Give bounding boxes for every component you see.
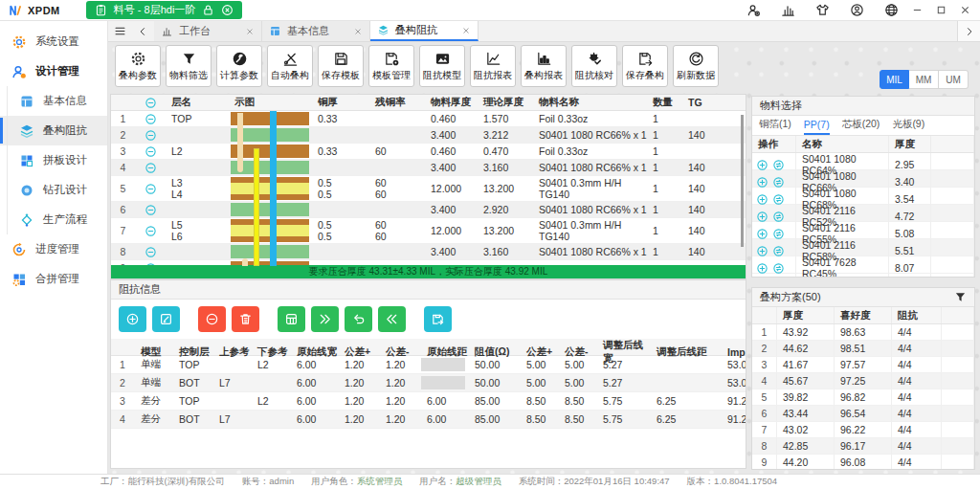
replace-material-icon[interactable] [772,159,785,171]
impedance-row[interactable]: 1单端TOPL26.001.201.2050.005.005.005.2753.… [111,356,746,374]
add-material-icon[interactable] [756,245,768,257]
auto-stack-button[interactable]: 自动叠构 [267,45,313,87]
stack-params-button[interactable]: 叠构参数 [115,45,161,87]
stack-report-button[interactable]: 叠构报表 [521,45,567,87]
undo-button[interactable] [345,306,372,332]
stackup-row[interactable]: 3L20.33600.4600.470Foil 0.33oz1 [111,144,746,160]
edit-button[interactable] [152,306,180,332]
replace-material-icon[interactable] [772,211,785,223]
collapse-row-icon[interactable] [145,225,157,237]
collapse-all-icon[interactable] [145,97,157,109]
imp-report-button[interactable]: 阻抗报表 [470,45,516,87]
scheme-row[interactable]: 842.8596.174/4 [752,438,974,455]
scheme-row[interactable]: 643.4496.544/4 [752,406,974,422]
user-gear-icon[interactable] [746,3,761,17]
material-row[interactable]: S0401 7628 RC45%8.07 [752,256,974,274]
material-row[interactable]: S0401 2116 RC55%5.08 [752,222,974,239]
calc-params-button[interactable]: 计算参数 [216,45,262,87]
stackup-row[interactable]: 7L5 L60.5 0.560 6012.00013.200S0401 0.3m… [111,218,746,244]
material-tab[interactable]: 光板(9) [892,116,924,135]
scheme-row[interactable]: 143.9298.634/4 [752,324,974,341]
tab-close-icon[interactable] [245,27,255,36]
export-button[interactable] [424,306,452,332]
scheme-row[interactable]: 244.6298.514/4 [752,341,974,357]
tab-close-icon[interactable] [353,27,363,36]
replace-material-icon[interactable] [772,245,785,257]
sidebar-item-drill-design[interactable]: 钻孔设计 [0,175,107,205]
tab-next-button[interactable] [957,21,980,41]
scheme-row[interactable]: 445.6797.254/4 [752,373,974,389]
tab-workbench[interactable]: 工作台 [154,21,262,41]
stats-icon[interactable] [781,3,795,17]
unit-mil[interactable]: MIL [880,70,909,89]
sidebar-item-stackup-impedance[interactable]: 叠构阻抗 [0,116,107,145]
add-button[interactable] [119,306,146,332]
scheme-row[interactable]: 539.8296.824/4 [752,389,974,406]
scheme-row[interactable]: 743.0296.224/4 [752,422,974,438]
tab-stackup-impedance[interactable]: 叠构阻抗 [370,21,479,41]
filter-funnel-icon[interactable] [954,291,967,303]
collapse-row-icon[interactable] [145,246,157,258]
close-button[interactable] [960,5,970,15]
stackup-row[interactable]: 5L3 L40.5 0.560 6012.00013.200S0401 0.3m… [111,176,746,202]
add-material-icon[interactable] [756,176,768,189]
material-row[interactable]: S0401 1080 RC68%3.54 [752,188,974,205]
calculate-button[interactable] [278,306,305,332]
sidebar-item-design-manage[interactable]: 设计管理 [0,56,107,86]
material-row[interactable]: S0401 1080 RC64%2.95 [752,153,974,170]
sidebar-item-progress-manage[interactable]: 进度管理 [0,234,107,264]
document-close-icon[interactable] [221,4,234,16]
stackup-row[interactable]: 23.4003.212S0401 1080 RC66% x 11140 [111,127,746,144]
replace-material-icon[interactable] [772,262,785,275]
minimize-button[interactable] [912,5,923,15]
material-row[interactable]: S0401 2116 RC58%5.51 [752,239,974,256]
sidebar-item-production-flow[interactable]: 生产流程 [0,205,107,234]
add-material-icon[interactable] [756,228,768,240]
material-tab[interactable]: 芯板(20) [842,116,880,135]
save-stack-button[interactable]: 保存叠构 [622,45,668,87]
remove-button[interactable] [198,306,226,332]
tab-basic-info[interactable]: 基本信息 [262,21,370,41]
clear-button[interactable] [232,306,259,332]
account-icon[interactable] [850,3,864,17]
replace-material-icon[interactable] [772,228,785,240]
unit-um[interactable]: UM [939,70,969,89]
material-filter-button[interactable]: 物料筛选 [166,45,212,87]
material-tab[interactable]: 铜箔(1) [759,116,791,135]
stackup-row[interactable]: 83.4003.160S0401 1080 RC66% x 11140 [111,244,746,260]
sidebar-item-basic-info[interactable]: 基本信息 [0,86,107,116]
material-row[interactable]: S0401 2116 RC52%4.72 [752,205,974,222]
unit-mm[interactable]: MM [909,70,939,89]
lock-icon[interactable] [202,4,214,16]
collapse-row-icon[interactable] [145,145,157,158]
replace-material-icon[interactable] [772,176,785,189]
stackup-scrollbar[interactable] [741,115,744,247]
backward-button[interactable] [378,306,406,332]
tab-close-icon[interactable] [461,26,471,35]
impedance-row[interactable]: 2单端BOTL76.001.201.2050.005.005.005.2753.… [111,374,746,392]
collapse-row-icon[interactable] [145,129,157,142]
globe-icon[interactable] [884,3,899,17]
add-material-icon[interactable] [756,159,768,171]
forward-button[interactable] [311,306,339,332]
imp-check-button[interactable]: 阻抗核对 [571,45,617,87]
tab-list-button[interactable] [108,21,131,41]
impedance-row[interactable]: 3差分TOPL26.001.201.206.0085.008.508.505.7… [111,392,746,411]
collapse-row-icon[interactable] [145,204,157,216]
replace-material-icon[interactable] [772,193,785,206]
impedance-row[interactable]: 4差分BOTL76.001.201.206.0085.008.508.505.7… [111,411,746,429]
document-tab[interactable]: 料号 - 8层hdi一阶 [86,1,243,19]
stackup-row[interactable]: 1TOP0.330.4601.570Foil 0.33oz1 [111,111,746,127]
template-manage-button[interactable]: 模板管理 [368,45,414,87]
tab-prev-button[interactable] [131,21,154,41]
sidebar-item-merge-manage[interactable]: 合拼管理 [0,264,107,294]
add-material-icon[interactable] [756,193,768,206]
collapse-row-icon[interactable] [145,113,157,125]
scheme-row[interactable]: 944.2096.084/4 [752,455,974,470]
stackup-row[interactable]: 43.4003.160S0401 1080 RC66% x 11140 [111,160,746,176]
material-tab[interactable]: PP(7) [804,116,830,135]
collapse-row-icon[interactable] [145,183,157,195]
add-material-icon[interactable] [756,262,768,275]
sidebar-item-system-settings[interactable]: 系统设置 [0,27,107,56]
stackup-row[interactable]: 63.4002.920S0401 1080 RC66% x 11140 [111,202,746,218]
